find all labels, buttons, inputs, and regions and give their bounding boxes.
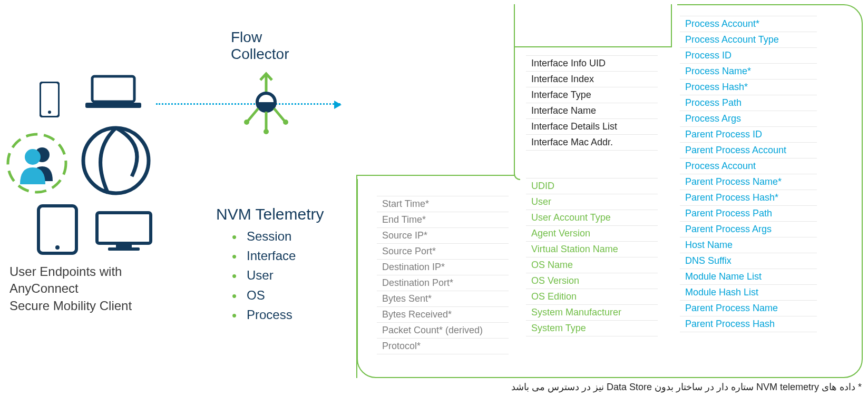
svg-rect-3 <box>85 103 141 108</box>
field-cell: Destination Port* <box>377 275 509 291</box>
field-cell: Agent Version <box>526 226 658 242</box>
field-cell: Parent Process Account <box>680 143 817 158</box>
globe-icon <box>79 124 153 197</box>
field-row: Parent Process Account <box>680 143 817 158</box>
field-row: OS Version <box>526 273 658 289</box>
monitor-icon <box>95 211 153 253</box>
field-cell: Parent Process Name* <box>680 174 817 190</box>
field-row: OS Name <box>526 257 658 273</box>
telemetry-item: Session <box>232 226 296 246</box>
field-cell: OS Version <box>526 273 658 289</box>
svg-rect-11 <box>116 244 132 247</box>
svg-line-16 <box>248 108 258 121</box>
field-row: Parent Process Hash <box>680 316 817 332</box>
field-cell: System Manufacturer <box>526 305 658 321</box>
field-cell: Parent Process Name <box>680 301 817 316</box>
footnote-text: * داده های NVM telemetry ستاره دار در سا… <box>445 381 862 393</box>
flow-collector-label: Flow Collector <box>231 29 289 63</box>
field-row: Interface Mac Addr. <box>526 135 658 151</box>
field-cell: Parent Process Hash* <box>680 190 817 206</box>
svg-rect-2 <box>92 76 134 102</box>
field-cell: User Account Type <box>526 210 658 226</box>
field-cell: Virtual Station Name <box>526 242 658 257</box>
svg-rect-12 <box>108 247 140 251</box>
field-row: Module Name List <box>680 269 817 285</box>
field-row: Parent Process Name <box>680 301 817 316</box>
field-cell: Packet Count* (derived) <box>377 323 509 339</box>
telemetry-item: User <box>232 265 296 285</box>
field-row: System Manufacturer <box>526 305 658 321</box>
field-cell: Bytes Sent* <box>377 291 509 307</box>
field-cell: Host Name <box>680 237 817 253</box>
field-row: Parent Process ID <box>680 127 817 143</box>
field-cell: Process Path <box>680 95 817 111</box>
endpoints-caption: User Endpoints with AnyConnect Secure Mo… <box>9 263 132 314</box>
svg-point-9 <box>55 245 60 250</box>
field-row: Parent Process Args <box>680 222 817 237</box>
field-row: Parent Process Hash* <box>680 190 817 206</box>
field-cell: User <box>526 194 658 210</box>
field-cell: Parent Process Args <box>680 222 817 237</box>
smartphone-icon <box>40 82 60 117</box>
laptop-icon <box>84 74 142 111</box>
svg-point-18 <box>264 129 269 134</box>
field-row: Process Args <box>680 111 817 127</box>
field-row: Virtual Station Name <box>526 242 658 257</box>
field-row: Parent Process Name* <box>680 174 817 190</box>
field-cell: Interface Type <box>526 87 658 103</box>
field-cell: Process Args <box>680 111 817 127</box>
svg-point-6 <box>25 149 41 165</box>
field-row: Process Account <box>680 158 817 174</box>
session-fields-table: Start Time*End Time*Source IP*Source Por… <box>377 196 509 354</box>
field-cell: Process ID <box>680 48 817 64</box>
field-cell: Interface Name <box>526 103 658 119</box>
telemetry-item: Process <box>232 305 296 324</box>
field-row: Packet Count* (derived) <box>377 323 509 339</box>
telemetry-item: OS <box>232 285 296 305</box>
field-row: Parent Process Path <box>680 206 817 222</box>
field-row: Interface Info UID <box>526 56 658 72</box>
field-row: User Account Type <box>526 210 658 226</box>
field-row: DNS Suffix <box>680 253 817 269</box>
field-cell: Parent Process Path <box>680 206 817 222</box>
svg-rect-10 <box>97 213 151 243</box>
field-row: Destination IP* <box>377 260 509 275</box>
svg-point-19 <box>244 120 249 125</box>
field-cell: UDID <box>526 178 658 194</box>
field-cell: Interface Index <box>526 72 658 87</box>
field-cell: Bytes Received* <box>377 307 509 323</box>
field-row: Process Account Type <box>680 32 817 48</box>
field-row: Process Hash* <box>680 80 817 95</box>
field-row: Host Name <box>680 237 817 253</box>
field-cell: Interface Mac Addr. <box>526 135 658 151</box>
field-cell: OS Name <box>526 257 658 273</box>
field-cell: Module Name List <box>680 269 817 285</box>
flow-collector-icon <box>242 68 290 137</box>
field-row: Agent Version <box>526 226 658 242</box>
field-cell: Process Account <box>680 158 817 174</box>
field-cell: OS Edition <box>526 289 658 305</box>
field-row: Process Account* <box>680 16 817 32</box>
svg-point-7 <box>83 128 149 193</box>
telemetry-item: Interface <box>232 246 296 265</box>
user-os-fields-table: UDIDUserUser Account TypeAgent VersionVi… <box>526 178 658 336</box>
svg-point-20 <box>283 120 288 125</box>
field-row: Start Time* <box>377 196 509 212</box>
field-cell: Source IP* <box>377 228 509 244</box>
field-row: Source IP* <box>377 228 509 244</box>
svg-point-1 <box>48 111 51 114</box>
field-cell: Destination IP* <box>377 260 509 275</box>
field-row: Interface Name <box>526 103 658 119</box>
field-row: Source Port* <box>377 244 509 260</box>
field-cell: System Type <box>526 321 658 336</box>
interface-fields-table: Interface Info UIDInterface IndexInterfa… <box>526 55 658 151</box>
nvm-telemetry-title: NVM Telemetry <box>216 205 324 223</box>
field-cell: Process Name* <box>680 64 817 80</box>
process-fields-table: Process Account*Process Account TypeProc… <box>680 16 817 332</box>
field-cell: Start Time* <box>377 196 509 212</box>
telemetry-list: SessionInterfaceUserOSProcess <box>232 226 296 324</box>
people-icon <box>5 132 69 195</box>
field-row: Interface Index <box>526 72 658 87</box>
field-row: Destination Port* <box>377 275 509 291</box>
field-cell: Process Account Type <box>680 32 817 48</box>
